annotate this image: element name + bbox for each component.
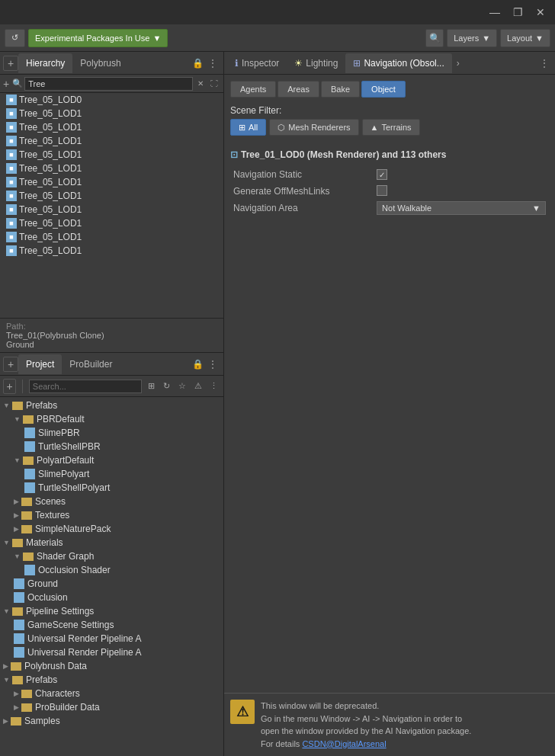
hierarchy-item[interactable]: ◼ Tree_05_LOD1	[0, 216, 223, 230]
clear-search-button[interactable]: ✕	[194, 78, 207, 90]
path-label: Path:	[6, 322, 217, 331]
project-item[interactable]: GameScene Settings	[0, 618, 223, 632]
bookmark-icon[interactable]: ☆	[176, 379, 189, 394]
hierarchy-item[interactable]: ◼ Tree_05_LOD1	[0, 162, 223, 175]
warning-icon[interactable]: ⚠	[192, 379, 205, 394]
project-item[interactable]: Occlusion	[0, 591, 223, 604]
hierarchy-item[interactable]: ◼ Tree_05_LOD1	[0, 203, 223, 216]
tab-inspector[interactable]: ℹ Inspector	[227, 53, 287, 73]
add-asset-button[interactable]: +	[3, 379, 16, 394]
lock-project-icon[interactable]: 🔒	[190, 357, 205, 372]
tab-project[interactable]: Project	[18, 354, 62, 374]
project-item[interactable]: ▼Prefabs	[0, 399, 223, 412]
hierarchy-item[interactable]: ◼ Tree_05_LOD0	[0, 93, 223, 107]
project-item[interactable]: Universal Render Pipeline A	[0, 645, 223, 659]
deprecation-link[interactable]: CSDN@DigitalArsenal	[302, 739, 386, 748]
cube-icon: ◼	[6, 232, 17, 242]
tree-item-label: Tree_05_LOD1	[19, 232, 82, 242]
project-item[interactable]: ▶SimpleNaturePack	[0, 522, 223, 536]
tab-navigation[interactable]: ⊞ Navigation (Obsol...	[345, 53, 451, 73]
offmesh-checkbox[interactable]	[377, 185, 387, 196]
history-button[interactable]: ↺	[5, 29, 25, 47]
project-item[interactable]: ▶Scenes	[0, 495, 223, 508]
divider	[22, 380, 23, 393]
project-item[interactable]: ▶Samples	[0, 714, 223, 728]
nav-static-checkbox[interactable]: ✓	[377, 169, 387, 180]
hierarchy-item[interactable]: ◼ Tree_05_LOD1	[0, 244, 223, 258]
close-button[interactable]: ✕	[532, 4, 549, 21]
tab-lighting[interactable]: ☀ Lighting	[287, 53, 345, 73]
right-panel-menu-icon[interactable]: ⋮	[537, 53, 552, 73]
cube-icon: ◼	[6, 163, 17, 174]
project-item[interactable]: TurtleShellPolyart	[0, 481, 223, 495]
project-item[interactable]: ▶ProBuilder Data	[0, 700, 223, 714]
hierarchy-item[interactable]: ◼ Tree_05_LOD1	[0, 189, 223, 203]
hierarchy-menu-icon[interactable]: ⋮	[205, 56, 220, 71]
filter-icon[interactable]: ⊞	[145, 379, 158, 394]
maximize-button[interactable]: ❐	[509, 4, 526, 21]
hierarchy-item[interactable]: ◼ Tree_05_LOD1	[0, 134, 223, 148]
hierarchy-item[interactable]: ◼ Tree_05_LOD1	[0, 120, 223, 134]
project-item[interactable]: Occlusion Shader	[0, 563, 223, 577]
tab-probuilder[interactable]: ProBuilder	[62, 354, 120, 374]
lock-icon[interactable]: 🔒	[190, 56, 205, 71]
hierarchy-item[interactable]: ◼ Tree_05_LOD1	[0, 175, 223, 189]
project-item[interactable]: ▼Pipeline Settings	[0, 604, 223, 618]
tree-item-label: Tree_05_LOD1	[19, 177, 82, 187]
project-item[interactable]: Universal Render Pipeline A	[0, 632, 223, 645]
nav-static-value[interactable]: ✓	[374, 166, 549, 183]
project-item[interactable]: ▼PBRDefault	[0, 412, 223, 426]
subtab-areas[interactable]: Areas	[278, 81, 319, 98]
search-button[interactable]: 🔍	[425, 29, 444, 47]
tab-polybrush[interactable]: Polybrush	[72, 53, 128, 73]
project-item[interactable]: ▼PolyartDefault	[0, 453, 223, 467]
project-item[interactable]: ▶Polybrush Data	[0, 659, 223, 673]
tab-hierarchy[interactable]: Hierarchy	[18, 53, 72, 73]
filter-terrains-button[interactable]: ▲ Terrains	[362, 119, 420, 136]
project-search-input[interactable]	[29, 380, 142, 393]
project-item-label: SimpleNaturePack	[35, 524, 111, 534]
grid-icon[interactable]: ⋮	[207, 379, 220, 394]
add-project-button[interactable]: +	[3, 357, 18, 372]
subtab-agents[interactable]: Agents	[230, 81, 276, 98]
project-item[interactable]: SlimePolyart	[0, 467, 223, 481]
nav-area-dropdown[interactable]: Not Walkable ▼	[377, 201, 546, 215]
project-item[interactable]: ▼Shader Graph	[0, 549, 223, 563]
nav-area-value[interactable]: Not Walkable ▼	[374, 200, 549, 216]
project-item-label: Prefabs	[26, 674, 57, 685]
prop-row-nav-static: Navigation Static ✓	[230, 166, 549, 183]
subtab-object[interactable]: Object	[361, 81, 406, 98]
filter-mesh-button[interactable]: ⬡ Mesh Renderers	[269, 119, 358, 136]
maximize-search-icon[interactable]: ⛶	[208, 78, 220, 90]
project-item[interactable]: TurtleShellPBR	[0, 440, 223, 453]
cube-icon: ◼	[6, 149, 17, 160]
filter-buttons: ⊞ All ⬡ Mesh Renderers ▲ Terrains	[230, 119, 549, 136]
project-item-label: GameScene Settings	[27, 620, 114, 630]
offmesh-value[interactable]	[374, 183, 549, 200]
project-item[interactable]: ▼Prefabs	[0, 673, 223, 687]
hierarchy-item[interactable]: ◼ Tree_05_LOD1	[0, 230, 223, 244]
project-item[interactable]: SlimePBR	[0, 426, 223, 440]
experimental-dropdown[interactable]: Experimental Packages In Use ▼	[28, 29, 168, 47]
project-item-label: Occlusion Shader	[38, 565, 111, 575]
search-icon: 🔍	[12, 78, 23, 88]
deprecation-line1: This window will be deprecated.	[261, 700, 471, 713]
add-button[interactable]: +	[3, 78, 9, 90]
minimize-button[interactable]: —	[486, 4, 503, 21]
filter-all-button[interactable]: ⊞ All	[230, 119, 266, 136]
hierarchy-item[interactable]: ◼ Tree_05_LOD1	[0, 148, 223, 162]
add-hierarchy-button[interactable]: +	[3, 56, 18, 71]
refresh-icon[interactable]: ↻	[160, 379, 173, 394]
layers-dropdown[interactable]: Layers ▼	[447, 29, 497, 47]
project-menu-icon[interactable]: ⋮	[205, 357, 220, 372]
hierarchy-search-input[interactable]	[24, 77, 193, 91]
hierarchy-item[interactable]: ◼ Tree_05_LOD1	[0, 107, 223, 120]
subtab-bake[interactable]: Bake	[321, 81, 360, 98]
project-item[interactable]: Ground	[0, 577, 223, 591]
project-item[interactable]: ▼Materials	[0, 536, 223, 549]
project-item[interactable]: ▶Characters	[0, 687, 223, 700]
project-item[interactable]: ▶Textures	[0, 508, 223, 522]
layout-dropdown[interactable]: Layout ▼	[500, 29, 550, 47]
more-tabs-button[interactable]: ›	[452, 53, 464, 73]
project-item-label: TurtleShellPBR	[38, 441, 101, 452]
